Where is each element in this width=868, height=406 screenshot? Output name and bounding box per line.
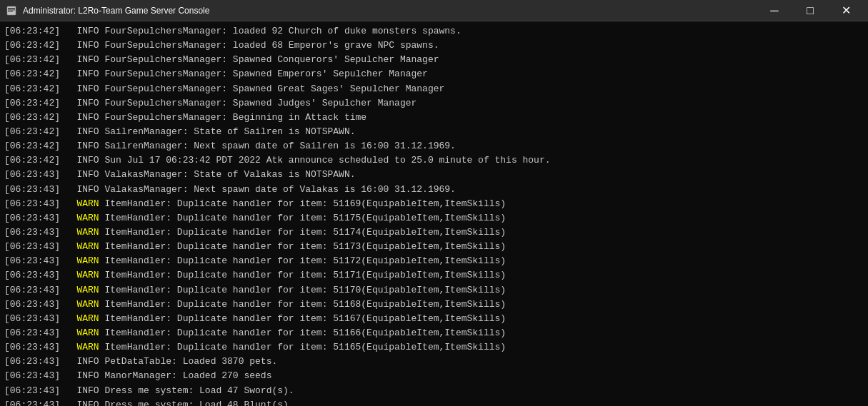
restore-button[interactable]: □ — [794, 0, 827, 21]
log-line: [06:23:43] WARN ItemHandler: Duplicate h… — [4, 211, 864, 225]
log-line: [06:23:43] WARN ItemHandler: Duplicate h… — [4, 283, 864, 298]
log-line: [06:23:43] WARN ItemHandler: Duplicate h… — [4, 268, 864, 283]
log-line: [06:23:42] INFO FourSepulchersManager: B… — [4, 111, 864, 125]
log-line: [06:23:43] INFO ValakasManager: State of… — [4, 168, 864, 182]
log-line: [06:23:42] INFO Sun Jul 17 06:23:42 PDT … — [4, 153, 864, 168]
log-line: [06:23:43] WARN ItemHandler: Duplicate h… — [4, 312, 864, 326]
titlebar-left: Administrator: L2Ro-Team Game Server Con… — [6, 5, 209, 16]
log-line: [06:23:42] INFO SailrenManager: State of… — [4, 125, 864, 139]
log-line: [06:23:43] INFO ManorManager: Loaded 270… — [4, 369, 864, 383]
log-line: [06:23:43] INFO ValakasManager: Next spa… — [4, 183, 864, 197]
log-line: [06:23:43] INFO PetDataTable: Loaded 387… — [4, 355, 864, 369]
log-line: [06:23:43] WARN ItemHandler: Duplicate h… — [4, 298, 864, 312]
log-line: [06:23:43] WARN ItemHandler: Duplicate h… — [4, 340, 864, 355]
log-line: [06:23:42] INFO FourSepulchersManager: S… — [4, 82, 864, 96]
log-line: [06:23:43] WARN ItemHandler: Duplicate h… — [4, 254, 864, 268]
log-line: [06:23:43] WARN ItemHandler: Duplicate h… — [4, 225, 864, 240]
log-line: [06:23:43] WARN ItemHandler: Duplicate h… — [4, 240, 864, 254]
log-line: [06:23:42] INFO FourSepulchersManager: S… — [4, 96, 864, 111]
console-output[interactable]: [06:23:42] INFO FourSepulchersManager: l… — [0, 21, 868, 406]
log-line: [06:23:42] INFO FourSepulchersManager: l… — [4, 39, 864, 53]
log-line: [06:23:42] INFO SailrenManager: Next spa… — [4, 139, 864, 153]
window-controls: ─ □ ✕ — [758, 0, 862, 21]
window-title: Administrator: L2Ro-Team Game Server Con… — [23, 6, 209, 16]
log-line: [06:23:43] INFO Dress me system: Load 47… — [4, 384, 864, 398]
log-line: [06:23:43] INFO Dress me system: Load 48… — [4, 398, 864, 406]
svg-rect-0 — [7, 6, 16, 15]
svg-rect-2 — [8, 9, 15, 10]
titlebar: Administrator: L2Ro-Team Game Server Con… — [0, 0, 868, 21]
log-line: [06:23:43] WARN ItemHandler: Duplicate h… — [4, 326, 864, 340]
log-line: [06:23:42] INFO FourSepulchersManager: S… — [4, 53, 864, 67]
log-line: [06:23:42] INFO FourSepulchersManager: S… — [4, 67, 864, 81]
minimize-button[interactable]: ─ — [758, 0, 791, 21]
svg-rect-3 — [8, 11, 13, 11]
app-icon — [6, 5, 17, 16]
log-line: [06:23:42] INFO FourSepulchersManager: l… — [4, 24, 864, 39]
svg-rect-1 — [8, 8, 15, 9]
close-button[interactable]: ✕ — [829, 0, 862, 21]
log-line: [06:23:43] WARN ItemHandler: Duplicate h… — [4, 197, 864, 211]
